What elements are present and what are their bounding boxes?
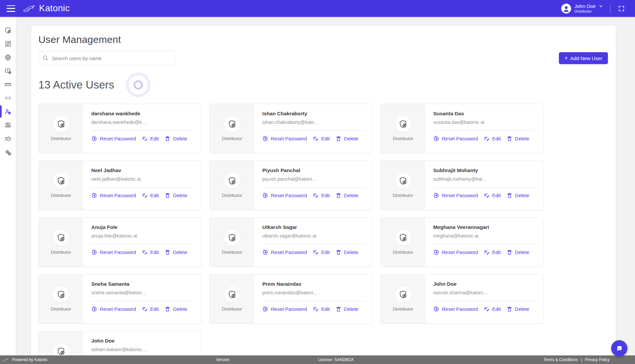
reset-password-label: Reset Password [100,136,136,141]
edit-label: Edit [150,136,159,141]
reset-password-button[interactable]: Reset Password [433,306,478,312]
delete-button[interactable]: Delete [164,135,187,142]
hamburger-menu-icon[interactable] [7,5,15,12]
delete-icon [164,135,171,142]
edit-button[interactable]: Edit [142,192,159,199]
user-card-right: Neel Jadhav neel.jadhav@katonic.ai Reset… [83,161,201,210]
sidebar-item-history[interactable] [0,132,16,145]
reset-password-icon [433,249,440,255]
shield-user-icon [228,120,236,128]
edit-button[interactable]: Edit [484,306,501,312]
card-divider [433,301,536,301]
terms-link[interactable]: Terms & Conditions [543,357,578,362]
chat-launcher-button[interactable] [611,340,627,356]
delete-button[interactable]: Delete [506,306,529,312]
edit-button[interactable]: Edit [484,135,501,142]
delete-button[interactable]: Delete [506,192,529,199]
user-card-right: Meghana Veerannagari meghana@katonic.ai … [425,218,543,267]
user-role-label: Distributor [222,307,242,311]
shield-user-icon [57,233,65,242]
privacy-link[interactable]: Privacy Policy [585,357,610,362]
sidebar-item-ruler[interactable] [0,78,16,91]
user-card-left: Distributor [381,274,425,323]
edit-button[interactable]: Edit [313,192,330,199]
fullscreen-button[interactable] [617,4,626,13]
reset-password-button[interactable]: Reset Password [91,306,136,312]
edit-icon [313,135,319,142]
edit-button[interactable]: Edit [142,306,159,312]
user-avatar [561,4,571,14]
delete-button[interactable]: Delete [335,306,358,312]
user-name: Subhrajit Mohanty [433,167,536,173]
left-sidebar [0,17,16,355]
sidebar-item-code[interactable] [0,91,16,105]
edit-button[interactable]: Edit [142,135,159,142]
user-email: sneha.samanta@katoni… [91,290,194,295]
delete-button[interactable]: Delete [164,192,187,199]
sidebar-item-dashboard[interactable] [0,37,16,51]
reset-password-button[interactable]: Reset Password [91,192,136,199]
delete-button[interactable]: Delete [335,249,358,255]
delete-button[interactable]: Delete [164,249,187,255]
sidebar-item-media-settings[interactable] [0,64,16,78]
user-email: susanta.das@katonic.ai [433,120,536,125]
user-email: soham.bakare@katonic.… [91,347,194,352]
delete-button[interactable]: Delete [506,135,529,142]
reset-password-button[interactable]: Reset Password [262,249,307,255]
delete-button[interactable]: Delete [335,135,358,142]
add-new-user-button[interactable]: + Add New User [559,52,608,64]
edit-button[interactable]: Edit [484,249,501,255]
edit-button[interactable]: Edit [313,249,330,255]
user-name: Sneha Samanta [91,281,194,287]
edit-button[interactable]: Edit [142,249,159,255]
chevron-down-icon[interactable] [598,4,604,9]
reset-password-button[interactable]: Reset Password [433,249,478,255]
avatar [395,230,411,246]
user-name: John Doe [91,338,194,344]
user-email: neel.jadhav@katonic.ai [91,176,194,182]
shield-user-icon [57,290,65,299]
user-menu[interactable]: John Doe Distributor [574,3,604,13]
edit-button[interactable]: Edit [313,135,330,142]
reset-password-label: Reset Password [100,193,136,198]
sidebar-item-admin-shield[interactable] [0,23,16,37]
shield-user-icon [57,120,65,128]
card-divider [433,244,536,244]
user-card-left: Distributor [39,218,83,267]
card-divider [433,187,536,188]
edit-icon [484,135,490,142]
user-card: Distributor Utkarsh Sagar utkarsh.sagar@… [209,217,372,267]
reset-password-button[interactable]: Reset Password [262,135,307,142]
delete-label: Delete [173,249,187,255]
sidebar-item-monitor-search[interactable] [0,118,16,132]
reset-password-button[interactable]: Reset Password [262,306,307,312]
card-divider [262,301,365,301]
card-actions: Reset Password Edit Delete [91,306,194,312]
reset-password-label: Reset Password [442,136,478,141]
license-label: License: [318,357,333,362]
reset-password-button[interactable]: Reset Password [433,135,478,142]
delete-button[interactable]: Delete [335,192,358,199]
search-input[interactable] [38,51,175,65]
user-email: subhrajit.mohanty@kat… [433,176,536,182]
sidebar-item-user-management[interactable] [0,105,16,118]
user-name: John Doe [433,281,536,287]
sidebar-item-compute[interactable] [0,51,16,64]
delete-button[interactable]: Delete [506,249,529,255]
edit-icon [142,135,148,142]
reset-password-icon [91,306,98,312]
shield-user-icon [57,347,65,355]
shield-user-icon [57,176,65,185]
reset-password-button[interactable]: Reset Password [433,192,478,199]
reset-password-label: Reset Password [271,193,307,198]
edit-button[interactable]: Edit [484,192,501,199]
user-email: piyush.panchal@katoni… [262,176,365,182]
sidebar-item-settings-id[interactable] [0,145,16,159]
delete-button[interactable]: Delete [164,306,187,312]
reset-password-button[interactable]: Reset Password [91,249,136,255]
edit-button[interactable]: Edit [313,306,330,312]
user-card: Distributor Neel Jadhav neel.jadhav@kato… [38,161,201,210]
reset-password-button[interactable]: Reset Password [262,192,307,199]
user-card-left: Distributor [381,104,425,153]
reset-password-button[interactable]: Reset Password [91,135,136,142]
